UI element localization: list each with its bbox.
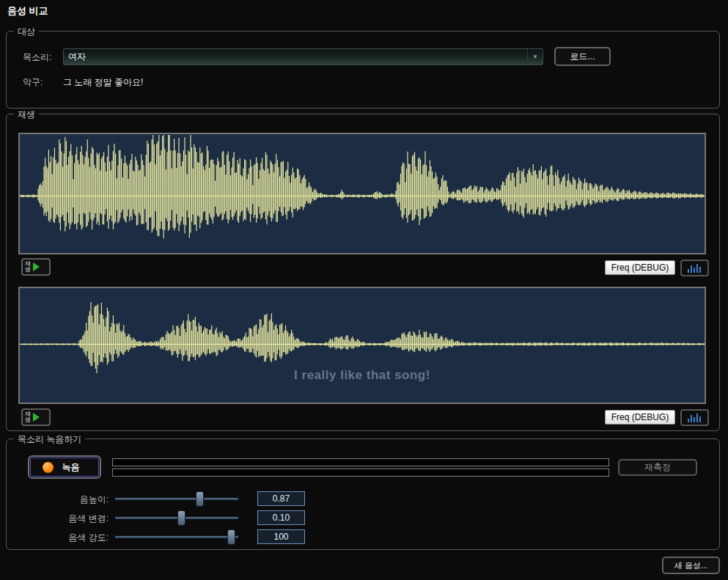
remeasure-button[interactable]: 재측정: [618, 459, 697, 476]
timbre-change-slider-handle[interactable]: [177, 510, 185, 526]
timbre-strength-slider-track[interactable]: [114, 535, 239, 539]
new-voice-button[interactable]: 새 음성...: [662, 557, 720, 574]
target-group: 대상 목소리: 여자 ▼ 로드... 악구: 그 노래 정말 좋아요!: [6, 31, 720, 109]
record-button[interactable]: 녹음: [28, 455, 101, 479]
pitch-value-box[interactable]: 0.87: [257, 491, 305, 506]
phrase-label: 악구:: [23, 76, 43, 89]
timbre-change-value-box[interactable]: 0.10: [257, 510, 305, 525]
load-button[interactable]: 로드...: [554, 47, 611, 66]
phrase-value: 그 노래 정말 좋아요!: [63, 76, 143, 89]
voice-dropdown-value: 여자: [64, 51, 527, 63]
timbre-change-slider-track[interactable]: [114, 516, 239, 520]
record-dot-icon: [43, 462, 54, 473]
histogram-button-target[interactable]: [680, 260, 709, 276]
user-waveform: [20, 288, 705, 403]
voice-comparison-window: 음성 비교 대상 목소리: 여자 ▼ 로드... 악구: 그 노래 정말 좋아요…: [0, 0, 728, 580]
playback-group-legend: 재생: [14, 109, 39, 121]
timbre-strength-value-box[interactable]: 100: [257, 529, 305, 544]
histogram-button-user[interactable]: [680, 409, 709, 426]
level-meter-bottom: [112, 469, 609, 477]
freq-debug-button-user[interactable]: Freq (DEBUG): [605, 410, 675, 425]
play-icon: [33, 413, 40, 422]
target-group-legend: 대상: [14, 26, 39, 38]
target-waveform-panel: [18, 133, 706, 254]
target-waveform: [20, 134, 705, 253]
chevron-down-icon[interactable]: ▼: [527, 49, 543, 65]
pitch-slider-row: 음높이: 0.87: [7, 491, 322, 507]
histogram-icon: [687, 263, 703, 273]
voice-dropdown[interactable]: 여자 ▼: [63, 48, 543, 65]
user-waveform-panel: I really like that song!: [18, 287, 706, 404]
page-title: 음성 비교: [7, 4, 48, 18]
record-group-legend: 목소리 녹음하기: [14, 433, 85, 446]
timbre-change-label: 음색 변경:: [19, 513, 109, 525]
voice-label: 목소리:: [23, 51, 51, 64]
timbre-strength-slider-handle[interactable]: [227, 529, 235, 545]
timbre-strength-slider-row: 음색 강도: 100: [7, 529, 322, 546]
play-user-button[interactable]: 재생: [21, 408, 51, 426]
timbre-change-slider-row: 음색 변경: 0.10: [7, 510, 322, 526]
pitch-label: 음높이:: [19, 493, 109, 506]
playback-group: 재생 재생 Freq (DEBUG): [6, 114, 720, 431]
pitch-slider-track[interactable]: [114, 497, 239, 501]
play-target-button[interactable]: 재생: [21, 258, 51, 276]
play-icon: [33, 263, 40, 271]
waveform-overlay-text: I really like that song!: [20, 368, 705, 383]
record-group: 목소리 녹음하기 녹음 재측정 음높이: 0.87 음색 변경: 0.10 음색…: [6, 438, 720, 550]
freq-debug-button-target[interactable]: Freq (DEBUG): [605, 260, 675, 275]
level-meter-top: [112, 458, 609, 466]
pitch-slider-handle[interactable]: [196, 491, 204, 507]
histogram-icon: [687, 413, 703, 422]
timbre-strength-label: 음색 강도:: [19, 532, 109, 544]
